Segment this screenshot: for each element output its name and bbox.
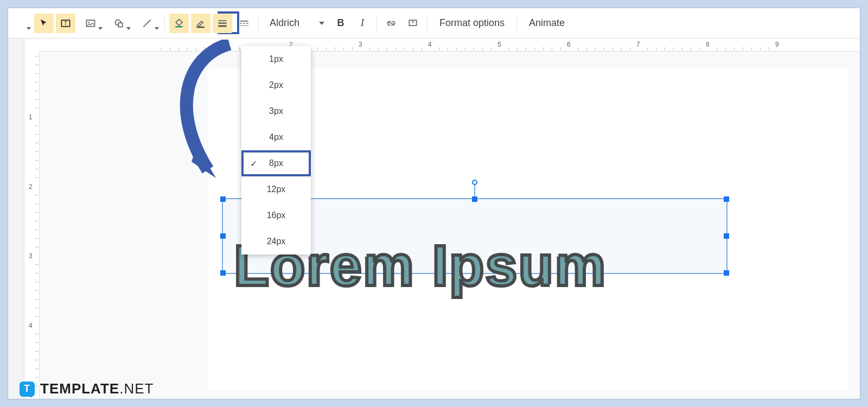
- option-label: 16px: [267, 211, 286, 220]
- image-icon: [85, 18, 96, 29]
- svg-line-6: [143, 20, 150, 27]
- svg-rect-10: [219, 22, 227, 24]
- border-weight-option-1px[interactable]: 1px: [241, 46, 311, 72]
- font-family-select[interactable]: Aldrich: [263, 14, 329, 33]
- toolbar-separator: [516, 16, 517, 31]
- resize-handle-n[interactable]: [472, 196, 477, 202]
- option-label: 8px: [269, 158, 283, 168]
- resize-handle-se[interactable]: [724, 270, 729, 276]
- watermark-logo: T: [20, 381, 35, 397]
- border-dash-icon: [239, 18, 250, 29]
- option-label: 4px: [269, 132, 283, 142]
- svg-rect-8: [197, 26, 204, 28]
- border-weight-option-12px[interactable]: 12px: [241, 176, 311, 202]
- font-name-label: Aldrich: [270, 17, 299, 29]
- watermark-text: TEMPLATE.NET: [40, 380, 154, 397]
- border-weight-icon: [217, 18, 228, 29]
- border-weight-dropdown: 1px 2px 3px 4px ✓8px 12px 16px 24px: [241, 46, 311, 255]
- border-dash-button[interactable]: [234, 14, 254, 33]
- textbox-icon: T: [60, 18, 71, 29]
- animate-button[interactable]: Animate: [521, 14, 572, 33]
- toolbar-separator: [258, 16, 259, 31]
- border-weight-option-24px[interactable]: 24px: [241, 228, 311, 255]
- option-label: 1px: [269, 54, 283, 64]
- italic-button[interactable]: I: [353, 14, 372, 33]
- bold-button[interactable]: B: [331, 14, 350, 33]
- border-weight-option-8px[interactable]: ✓8px: [241, 150, 311, 176]
- border-weight-option-3px[interactable]: 3px: [241, 98, 311, 124]
- app-frame: T Aldrich: [8, 8, 860, 399]
- border-weight-option-16px[interactable]: 16px: [241, 202, 311, 228]
- check-icon: ✓: [250, 158, 257, 169]
- resize-handle-ne[interactable]: [724, 196, 729, 202]
- resize-handle-sw[interactable]: [220, 270, 226, 276]
- shape-icon: [113, 18, 124, 29]
- border-weight-button[interactable]: [213, 14, 232, 33]
- resize-handle-w[interactable]: [220, 233, 226, 239]
- insert-comment-button[interactable]: [403, 14, 423, 33]
- link-icon: [386, 18, 397, 29]
- format-options-button[interactable]: Format options: [432, 14, 512, 33]
- pencil-icon: [195, 18, 206, 29]
- option-label: 12px: [267, 185, 286, 194]
- chevron-down-icon: [319, 22, 324, 25]
- more-tools-dropdown[interactable]: [12, 14, 32, 33]
- vertical-ruler: 12345: [24, 52, 40, 399]
- option-label: 24px: [267, 237, 286, 246]
- textbox-tool[interactable]: T: [56, 14, 75, 33]
- line-tool[interactable]: [134, 14, 160, 33]
- watermark: T TEMPLATE.NET: [20, 380, 154, 397]
- rotation-handle[interactable]: [472, 180, 477, 185]
- svg-rect-9: [219, 20, 227, 21]
- slide-gutter: [8, 39, 24, 399]
- border-weight-option-4px[interactable]: 4px: [241, 124, 311, 150]
- svg-text:T: T: [64, 21, 67, 27]
- toolbar-separator: [427, 16, 427, 31]
- toolbar: T Aldrich: [8, 8, 860, 39]
- resize-handle-nw[interactable]: [220, 196, 226, 202]
- option-label: 3px: [269, 106, 283, 116]
- shape-tool[interactable]: [106, 14, 132, 33]
- svg-rect-5: [118, 23, 123, 27]
- select-tool[interactable]: [34, 14, 54, 33]
- border-weight-option-2px[interactable]: 2px: [241, 72, 311, 98]
- fill-color-button[interactable]: [169, 14, 189, 33]
- svg-rect-7: [175, 26, 182, 28]
- border-color-button[interactable]: [191, 14, 210, 33]
- insert-link-button[interactable]: [381, 14, 401, 33]
- logo-letter: T: [24, 383, 30, 395]
- image-tool[interactable]: [78, 14, 104, 33]
- svg-rect-15: [409, 20, 416, 26]
- toolbar-separator: [376, 16, 377, 31]
- line-icon: [142, 18, 152, 29]
- option-label: 2px: [269, 80, 283, 90]
- comment-icon: [407, 18, 418, 29]
- paint-bucket-icon: [174, 18, 184, 29]
- svg-point-3: [88, 22, 90, 23]
- svg-rect-11: [219, 25, 227, 27]
- toolbar-separator: [164, 16, 165, 31]
- resize-handle-e[interactable]: [724, 233, 729, 239]
- cursor-icon: [39, 18, 49, 28]
